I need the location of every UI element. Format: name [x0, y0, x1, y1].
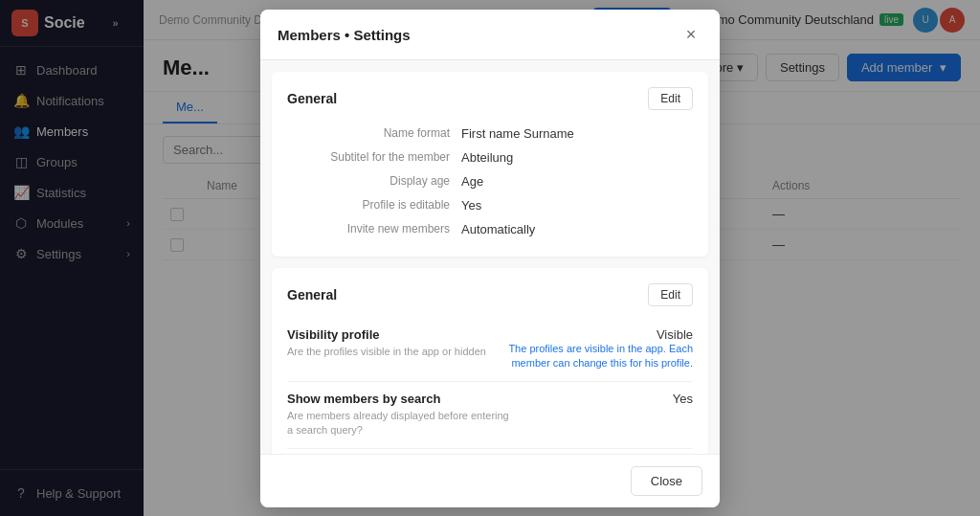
section-title-1: General — [287, 91, 337, 106]
setting-value: First name Surname — [461, 126, 693, 141]
modal-footer: Close — [260, 454, 720, 507]
vis-row-right: Yes — [616, 392, 693, 406]
vis-row-left: Show members by search Are members alrea… — [287, 392, 517, 438]
setting-row: Display age Age — [287, 169, 693, 193]
app-container: S Socie » ⊞ Dashboard 🔔 Notifications 👥 … — [0, 0, 980, 516]
vis-row-value: Visible — [501, 327, 693, 342]
show-members-row: Show members by search Are members alrea… — [287, 382, 693, 449]
setting-label: Name format — [287, 126, 450, 140]
setting-label: Subtitel for the member — [287, 150, 450, 164]
section-title-2: General — [287, 287, 337, 303]
edit-button-2[interactable]: Edit — [648, 283, 693, 306]
setting-value: Automatically — [461, 222, 693, 236]
vis-row-right: Visible The profiles are visible in the … — [501, 327, 693, 371]
visibility-profile-row: Visibility profile Are the profiles visi… — [287, 318, 693, 382]
vis-row-title: Visibility profile — [287, 327, 486, 342]
setting-label: Profile is editable — [287, 198, 450, 212]
vis-row-title: Show members by search — [287, 392, 517, 406]
vis-row-header: Show members by search Are members alrea… — [287, 392, 693, 438]
modal-close-button[interactable]: × — [679, 23, 702, 46]
modal-title: Members • Settings — [278, 27, 411, 43]
modal-overlay: Members • Settings × General Edit Name f… — [0, 0, 980, 516]
vis-row-desc: Are members already displayed before ent… — [287, 409, 517, 438]
modal-section-general-1: General Edit Name format First name Surn… — [272, 72, 708, 257]
setting-row: Subtitel for the member Abteilung — [287, 146, 693, 169]
vis-row-header: Visibility profile Are the profiles visi… — [287, 327, 693, 371]
setting-row: Invite new members Automatically — [287, 217, 693, 241]
edit-button-1[interactable]: Edit — [648, 87, 693, 110]
close-button[interactable]: Close — [631, 466, 702, 496]
setting-value: Abteilung — [461, 150, 693, 165]
section-header-1: General Edit — [287, 87, 693, 110]
setting-value: Yes — [461, 198, 693, 213]
vis-row-left: Visibility profile Are the profiles visi… — [287, 327, 486, 359]
setting-label: Display age — [287, 174, 450, 188]
setting-row: Name format First name Surname — [287, 122, 693, 146]
modal-header: Members • Settings × — [260, 10, 720, 60]
vis-row-note: The profiles are visible in the app. Eac… — [501, 342, 693, 371]
section-header-2: General Edit — [287, 283, 693, 306]
setting-value: Age — [461, 174, 693, 189]
vis-row-value: Yes — [616, 392, 693, 406]
setting-label: Invite new members — [287, 222, 450, 236]
vis-row-desc: Are the profiles visible in the app or h… — [287, 345, 486, 359]
modal: Members • Settings × General Edit Name f… — [260, 10, 720, 507]
setting-row: Profile is editable Yes — [287, 193, 693, 217]
